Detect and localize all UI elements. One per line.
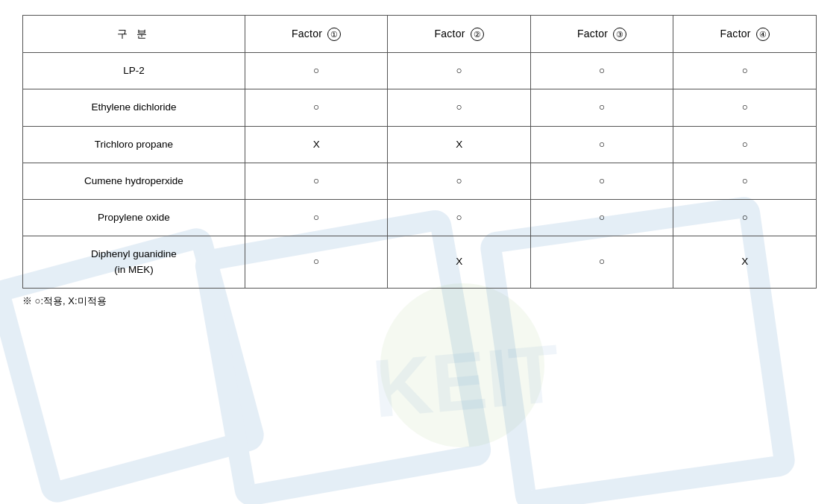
table-row: Trichloro propaneXX○○ xyxy=(23,126,817,163)
row-factor1-value: X xyxy=(245,126,388,163)
row-factor1-value: ○ xyxy=(245,163,388,199)
row-factor1-value: ○ xyxy=(245,200,388,236)
header-factor4: Factor ④ xyxy=(673,16,817,53)
factors-table: 구 분 Factor ① Factor ② Factor ③ Factor ④ xyxy=(22,15,817,289)
row-factor2-value: ○ xyxy=(388,89,531,126)
row-factor3-value: ○ xyxy=(530,53,673,89)
factor1-num: ① xyxy=(327,28,341,41)
table-header-row: 구 분 Factor ① Factor ② Factor ③ Factor ④ xyxy=(23,16,817,53)
row-factor4-value: ○ xyxy=(673,126,817,163)
row-factor4-value: ○ xyxy=(673,53,817,89)
row-name: Ethylene dichloride xyxy=(23,89,245,126)
row-name: Trichloro propane xyxy=(23,126,245,163)
factor3-prefix: Factor xyxy=(577,28,608,40)
svg-point-2 xyxy=(380,283,544,447)
row-factor2-value: ○ xyxy=(388,200,531,236)
row-factor4-value: ○ xyxy=(673,200,817,236)
table-row: Ethylene dichloride○○○○ xyxy=(23,89,817,126)
header-category-label: 구 분 xyxy=(117,28,151,40)
table-row: Cumene hydroperxide○○○○ xyxy=(23,163,817,199)
row-factor2-value: ○ xyxy=(388,53,531,89)
row-factor3-value: ○ xyxy=(530,163,673,199)
table-row: Propylene oxide○○○○ xyxy=(23,200,817,236)
table-row: Diphenyl guanidine(in MEK)○X○X xyxy=(23,236,817,289)
row-factor1-value: ○ xyxy=(245,53,388,89)
row-factor4-value: ○ xyxy=(673,163,817,199)
row-factor3-value: ○ xyxy=(530,236,673,289)
row-name: Diphenyl guanidine(in MEK) xyxy=(23,236,245,289)
factor3-num: ③ xyxy=(613,28,626,41)
svg-text:KEIT: KEIT xyxy=(369,327,563,434)
row-factor1-value: ○ xyxy=(245,236,388,289)
footnote: ※ ○:적용, X:미적용 xyxy=(22,294,817,308)
row-factor3-value: ○ xyxy=(530,126,673,163)
row-name: LP-2 xyxy=(23,53,245,89)
table-row: LP-2○○○○ xyxy=(23,53,817,89)
header-category: 구 분 xyxy=(23,16,245,53)
factor2-prefix: Factor xyxy=(434,28,465,40)
header-factor1: Factor ① xyxy=(245,16,388,53)
factor4-prefix: Factor xyxy=(720,28,750,40)
row-factor2-value: ○ xyxy=(388,163,531,199)
main-table-wrapper: 구 분 Factor ① Factor ② Factor ③ Factor ④ xyxy=(22,15,817,308)
header-factor3: Factor ③ xyxy=(530,16,673,53)
row-factor1-value: ○ xyxy=(245,89,388,126)
factor4-num: ④ xyxy=(756,28,770,41)
row-factor2-value: X xyxy=(388,126,531,163)
row-factor4-value: ○ xyxy=(673,89,817,126)
row-factor3-value: ○ xyxy=(530,200,673,236)
row-name: Propylene oxide xyxy=(23,200,245,236)
factor2-num: ② xyxy=(471,28,484,41)
header-factor2: Factor ② xyxy=(388,16,531,53)
row-name: Cumene hydroperxide xyxy=(23,163,245,199)
row-factor4-value: X xyxy=(673,236,817,289)
row-factor2-value: X xyxy=(388,236,531,289)
row-factor3-value: ○ xyxy=(530,89,673,126)
factor1-prefix: Factor xyxy=(292,28,322,40)
